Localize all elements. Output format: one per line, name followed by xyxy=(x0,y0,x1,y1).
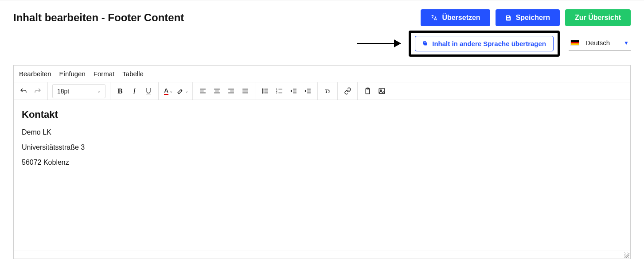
svg-point-1 xyxy=(262,89,263,89)
translate-icon xyxy=(430,14,437,21)
resize-handle[interactable] xyxy=(624,252,629,258)
header-actions: Übersetzen Speichern Zur Übersicht xyxy=(421,9,631,26)
language-select[interactable]: Deutsch ▼ xyxy=(569,36,631,50)
richtext-editor: Bearbeiten Einfügen Format Tabelle 18pt … xyxy=(13,65,631,259)
editor-toolbar: 18pt ⌄ B I U A⌄ ⌄ xyxy=(14,82,630,100)
chevron-down-icon: ⌄ xyxy=(97,89,101,93)
redo-button[interactable] xyxy=(31,84,45,98)
content-heading: Kontakt xyxy=(22,109,622,120)
overview-button[interactable]: Zur Übersicht xyxy=(565,9,631,26)
indent-button[interactable] xyxy=(301,84,315,98)
menu-edit[interactable]: Bearbeiten xyxy=(19,70,51,77)
translate-label: Übersetzen xyxy=(442,14,480,22)
menu-format[interactable]: Format xyxy=(94,70,115,77)
copy-to-language-label: Inhalt in andere Sprache übertragen xyxy=(432,40,546,47)
undo-button[interactable] xyxy=(16,84,31,98)
caret-down-icon: ▼ xyxy=(624,40,629,46)
clear-format-button[interactable]: Tx xyxy=(320,84,335,98)
flag-de-icon xyxy=(570,40,579,46)
save-label: Speichern xyxy=(516,14,550,22)
bold-button[interactable]: B xyxy=(113,84,127,98)
bullet-list-button[interactable] xyxy=(258,84,272,98)
align-justify-button[interactable] xyxy=(238,84,252,98)
svg-rect-9 xyxy=(379,89,385,93)
editor-statusbar xyxy=(14,251,630,259)
underline-button[interactable]: U xyxy=(141,84,156,98)
page-title: Inhalt bearbeiten - Footer Content xyxy=(13,12,184,24)
fontsize-select[interactable]: 18pt ⌄ xyxy=(52,84,105,98)
svg-text:3: 3 xyxy=(276,92,277,94)
text-color-button[interactable]: A⌄ xyxy=(161,84,176,98)
align-center-button[interactable] xyxy=(210,84,224,98)
copy-to-language-button[interactable]: Inhalt in andere Sprache übertragen xyxy=(415,36,554,51)
align-left-button[interactable] xyxy=(195,84,210,98)
language-label: Deutsch xyxy=(585,39,617,46)
save-icon xyxy=(505,15,511,21)
content-line-1: Demo LK xyxy=(22,128,622,136)
image-button[interactable] xyxy=(375,84,389,98)
annotation-arrow xyxy=(357,43,401,44)
menu-table[interactable]: Tabelle xyxy=(122,70,144,77)
menu-insert[interactable]: Einfügen xyxy=(59,70,86,77)
highlight-color-button[interactable]: ⌄ xyxy=(176,84,190,98)
content-line-2: Universitätsstraße 3 xyxy=(22,143,622,151)
italic-button[interactable]: I xyxy=(127,84,141,98)
link-button[interactable] xyxy=(340,84,355,98)
overview-label: Zur Übersicht xyxy=(575,14,621,22)
svg-point-3 xyxy=(262,93,263,93)
translate-button[interactable]: Übersetzen xyxy=(421,9,490,26)
content-line-3: 56072 Koblenz xyxy=(22,159,622,166)
editor-content-area[interactable]: Kontakt Demo LK Universitätsstraße 3 560… xyxy=(14,100,630,251)
editor-menubar: Bearbeiten Einfügen Format Tabelle xyxy=(14,66,630,82)
align-right-button[interactable] xyxy=(224,84,238,98)
svg-rect-0 xyxy=(424,43,427,46)
save-button[interactable]: Speichern xyxy=(496,9,560,26)
paste-button[interactable] xyxy=(360,84,375,98)
annotation-highlight: Inhalt in andere Sprache übertragen xyxy=(409,31,560,57)
outdent-button[interactable] xyxy=(286,84,301,98)
number-list-button[interactable]: 123 xyxy=(272,84,286,98)
fontsize-value: 18pt xyxy=(57,88,69,95)
copy-icon xyxy=(422,40,428,46)
svg-point-2 xyxy=(262,90,263,91)
